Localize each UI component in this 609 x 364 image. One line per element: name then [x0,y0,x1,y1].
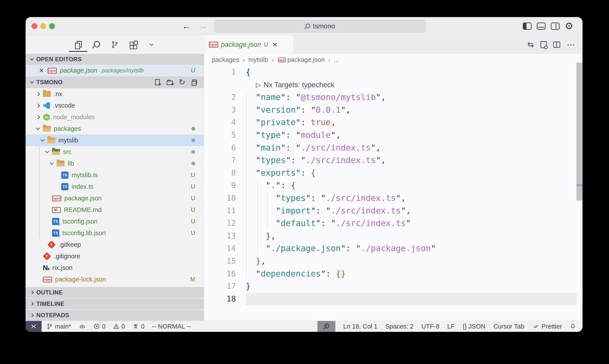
open-editor-item[interactable]: × npm package.json packages/mytslib U [26,65,204,76]
tree-item-index.ts[interactable]: TSindex.tsU [26,181,204,193]
tree-item-tsconfig.json[interactable]: TS⚙tsconfig.jsonU [26,216,204,227]
tree-item-package-lock.json[interactable]: npmpackage-lock.jsonM [26,274,204,285]
source-control-icon[interactable] [110,40,119,49]
code-line-12[interactable]: 12 "default": "./src/index.ts" [204,217,583,230]
command-center-search[interactable]: tsmono [214,20,426,33]
minimize-window-button[interactable] [40,23,46,29]
status-item-zoom-box[interactable]: + [317,321,335,332]
gear-icon[interactable]: ⚙ [565,21,573,31]
status-item-main[interactable]: main* [46,323,71,330]
code-line-5[interactable]: 5 "type": "module", [204,129,583,142]
status-item-encoding[interactable]: UTF-8 [421,323,439,330]
tree-item-tsconfig.lib.json[interactable]: TS⚙tsconfig.lib.jsonU [26,227,204,239]
split-editor-icon[interactable] [553,41,560,48]
back-button[interactable]: ← [182,21,191,31]
extensions-icon[interactable] [129,40,138,49]
status-item-cursor-position[interactable]: Ln 18, Col 1 [343,323,377,330]
open-editor-filename: package.json [60,67,97,74]
status-item-0[interactable]: 0 [132,323,144,330]
status-item-normal[interactable]: -- NORMAL -- [152,323,191,330]
code-line-17[interactable]: 17} [204,280,583,293]
code-line-10[interactable]: 10 "types": "./src/index.ts", [204,192,583,205]
tab-package-json[interactable]: npm package.json U × [204,35,294,54]
code-editor[interactable]: 1{▷Nx Targets: typecheck2 "name": "@tsmo… [204,66,583,321]
tree-item-mytslib.ts[interactable]: TSmytslib.tsU [26,169,204,181]
code-line-3[interactable]: 3 "version": "0.0.1", [204,104,583,116]
code-line-16[interactable]: 16 "dependencies": {} [204,268,583,280]
code-line-2[interactable]: 2 "name": "@tsmono/mytslib", [204,91,583,104]
run-target-icon[interactable]: ▷ [256,78,261,91]
status-item-cloud-upload[interactable] [78,323,86,330]
remote-indicator[interactable] [26,321,41,332]
toggle-panel-icon[interactable] [537,23,545,30]
tree-item-README.md[interactable]: M↓README.mdU [26,204,204,216]
explorer-actions: ↻ [154,78,204,86]
views-chevron-icon[interactable] [147,40,156,49]
explorer-icon[interactable] [74,40,82,49]
scrollbar-thumb[interactable] [576,63,583,185]
open-preview-icon[interactable] [541,41,547,48]
status-item-0[interactable]: 0 [93,323,105,330]
folder-icon [43,91,51,97]
code-line-9[interactable]: 9 ".": { [204,179,583,192]
open-editors-header[interactable]: OPEN EDITORS [26,54,204,65]
status-item-cursor-tab[interactable]: Cursor Tab [493,323,524,330]
search-view-icon[interactable] [92,40,101,49]
tree-item-src[interactable]: ‹›src [26,146,204,158]
lib-folder-icon [57,161,65,167]
toggle-secondary-sidebar-icon[interactable] [551,23,559,30]
breadcrumb-item[interactable]: ... [334,56,339,64]
open-changes-icon[interactable]: ⇆ [527,40,534,49]
code-line-13[interactable]: 13 }, [204,230,583,242]
tree-item-lib[interactable]: lib [26,158,204,169]
code-line-14[interactable]: 14 "./package.json": "./package.json" [204,242,583,255]
tree-item-.gitkeep[interactable]: Y.gitkeep [26,239,204,250]
chevron-right-icon [30,302,34,306]
code-line-15[interactable]: 15 }, [204,255,583,268]
tab-git-badge: U [264,41,268,48]
code-line-6[interactable]: 6 "main": "./src/index.ts", [204,142,583,154]
scrollbar-thumb-lower[interactable] [576,186,583,201]
status-item-formatter[interactable]: Prettier [532,323,562,330]
tree-item-mytslib[interactable]: mytslib [26,134,204,146]
codelens[interactable]: ▷Nx Targets: typecheck [239,78,335,91]
refresh-icon[interactable]: ↻ [178,78,186,86]
new-folder-icon[interactable] [166,78,174,86]
code-line-1[interactable]: 1{ [204,66,583,78]
status-item-indentation[interactable]: Spaces: 2 [385,323,414,330]
tree-item-nx.json[interactable]: Nxnx.json [26,262,204,274]
status-item-0[interactable]: 0 [113,323,125,330]
code-line-7[interactable]: 7 "types": "./src/index.ts", [204,154,583,167]
forward-button[interactable]: → [199,21,207,31]
status-item-language-mode[interactable]: {} JSON [462,323,485,330]
vscode-window: ← → tsmono ⚙ [26,17,583,332]
new-file-icon[interactable] [154,78,161,86]
section-header-notepads[interactable]: NOTEPADS [26,309,204,321]
tree-item-.vscode[interactable]: .vscode [26,100,204,111]
tree-item-.nx[interactable]: .nx [26,88,204,100]
tree-item-packages[interactable]: packages [26,123,204,134]
breadcrumb-item[interactable]: packages [212,56,239,64]
tree-item-.gitignore[interactable]: Y.gitignore [26,250,204,262]
breadcrumb-item[interactable]: mytslib [248,56,268,64]
close-tab-icon[interactable]: × [272,41,277,49]
section-header-timeline[interactable]: TIMELINE [26,298,204,309]
close-window-button[interactable] [31,23,38,29]
code-line-11[interactable]: 11 "import": "./src/index.ts", [204,205,583,217]
status-item-eol[interactable]: LF [447,323,455,330]
code-line-4[interactable]: 4 "private": true, [204,116,583,129]
toggle-sidebar-icon[interactable] [523,23,531,30]
explorer-section-header[interactable]: TSMONO ↻ [26,76,204,88]
collapse-all-icon[interactable] [190,78,198,86]
tree-item-package.json[interactable]: npmpackage.jsonU [26,193,204,204]
close-editor-icon[interactable]: × [39,67,44,75]
status-item-notifications[interactable] [570,323,576,330]
breadcrumb-item[interactable]: npmpackage.json [277,56,325,64]
tree-item-node-modules[interactable]: jsnode_modules [26,111,204,123]
code-line-18[interactable]: 18 [204,293,583,305]
more-actions-icon[interactable]: ⋯ [567,40,575,50]
chevron-down-icon [45,149,49,153]
code-line-8[interactable]: 8 "exports": { [204,167,583,179]
section-header-outline[interactable]: OUTLINE [26,286,204,298]
maximize-window-button[interactable] [49,23,55,29]
